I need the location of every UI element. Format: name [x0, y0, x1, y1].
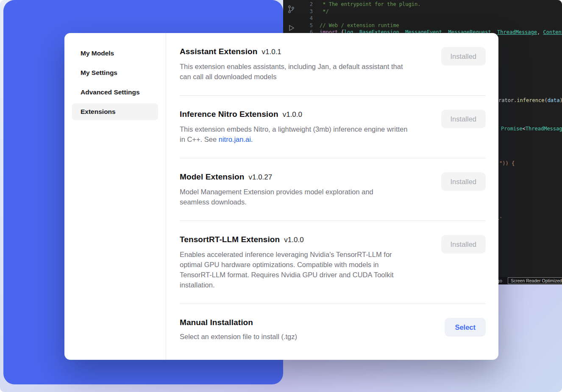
- installed-button: Installed: [441, 235, 486, 254]
- extension-name: Inference Nitro Extension: [180, 110, 278, 119]
- manual-installation-row: Manual Installation Select an extension …: [180, 304, 486, 353]
- extension-name: Assistant Extension: [180, 47, 258, 56]
- extension-version: v1.0.27: [248, 173, 272, 182]
- extension-version: v1.0.0: [283, 110, 302, 119]
- line-number: 2: [283, 1, 313, 8]
- select-file-button[interactable]: Select: [445, 318, 486, 337]
- extension-name: TensortRT-LLM Extension: [180, 235, 280, 244]
- nitro-link[interactable]: nitro.jan.ai.: [219, 135, 253, 143]
- extension-description: Enables accelerated inference leveraging…: [180, 249, 404, 290]
- line-number: 5: [283, 22, 313, 29]
- extension-title-line: TensortRT-LLM Extension v1.0.0: [180, 235, 404, 244]
- installed-button: Installed: [441, 110, 486, 128]
- sidebar-item-my-settings[interactable]: My Settings: [72, 64, 158, 81]
- extension-row-nitro: Inference Nitro Extension v1.0.0 This ex…: [180, 96, 486, 158]
- code-text: * The entrypoint for the plugin.: [320, 1, 420, 8]
- settings-sidebar: My Models My Settings Advanced Settings …: [64, 33, 166, 360]
- code-fragment: Promise<ThreadMessage>: [501, 125, 562, 133]
- code-line: 5 // Web / extension runtime: [283, 22, 562, 29]
- extension-title-line: Inference Nitro Extension v1.0.0: [180, 110, 411, 119]
- extension-description: Model Management Extension provides mode…: [180, 187, 392, 207]
- extension-info: Inference Nitro Extension v1.0.0 This ex…: [180, 110, 411, 144]
- extension-name: Model Extension: [180, 172, 244, 182]
- installed-button: Installed: [441, 172, 486, 191]
- extension-title-line: Model Extension v1.0.27: [180, 172, 392, 182]
- sidebar-item-my-models[interactable]: My Models: [72, 45, 158, 62]
- code-text: // Web / extension runtime: [320, 22, 399, 29]
- code-text: */: [320, 8, 329, 15]
- code-line: 3 */: [283, 8, 562, 15]
- code-fragment: ")) {: [499, 160, 515, 167]
- sidebar-item-advanced-settings[interactable]: Advanced Settings: [72, 84, 158, 101]
- extension-version: v1.0.0: [284, 236, 303, 244]
- sidebar-item-extensions[interactable]: Extensions: [72, 103, 158, 120]
- manual-title-line: Manual Installation: [180, 318, 297, 327]
- code-fragment: rator.inference(data));: [498, 97, 562, 104]
- screen: 2 * The entrypoint for the plugin. 3 */ …: [0, 0, 562, 392]
- extension-row-model: Model Extension v1.0.27 Model Management…: [180, 158, 486, 221]
- extension-row-tensorrt: TensortRT-LLM Extension v1.0.0 Enables a…: [180, 221, 486, 304]
- extensions-panel: Assistant Extension v1.0.1 This extensio…: [166, 33, 498, 360]
- extension-row-assistant: Assistant Extension v1.0.1 This extensio…: [180, 33, 486, 95]
- installed-button: Installed: [441, 47, 486, 66]
- extension-description: This extension embeds Nitro, a lightweig…: [180, 124, 411, 144]
- extension-info: TensortRT-LLM Extension v1.0.0 Enables a…: [180, 235, 404, 290]
- extension-description: This extension enables assistants, inclu…: [180, 61, 411, 82]
- extension-title-line: Assistant Extension v1.0.1: [180, 47, 411, 56]
- line-number: 4: [283, 15, 313, 22]
- code-area: 2 * The entrypoint for the plugin. 3 */ …: [283, 1, 562, 36]
- extension-version: v1.0.1: [262, 48, 281, 56]
- code-line: 4: [283, 15, 562, 22]
- line-number: 3: [283, 8, 313, 15]
- extension-info: Assistant Extension v1.0.1 This extensio…: [180, 47, 411, 82]
- manual-installation-title: Manual Installation: [180, 318, 253, 327]
- description-text: This extension embeds Nitro, a lightweig…: [180, 125, 407, 143]
- code-line: 2 * The entrypoint for the plugin.: [283, 1, 562, 8]
- manual-installation-info: Manual Installation Select an extension …: [180, 318, 297, 342]
- screen-reader-chip: Screen Reader Optimized: [508, 277, 562, 284]
- manual-installation-description: Select an extension file to install (.tg…: [180, 331, 297, 342]
- extension-info: Model Extension v1.0.27 Model Management…: [180, 172, 392, 207]
- settings-modal: My Models My Settings Advanced Settings …: [64, 33, 498, 360]
